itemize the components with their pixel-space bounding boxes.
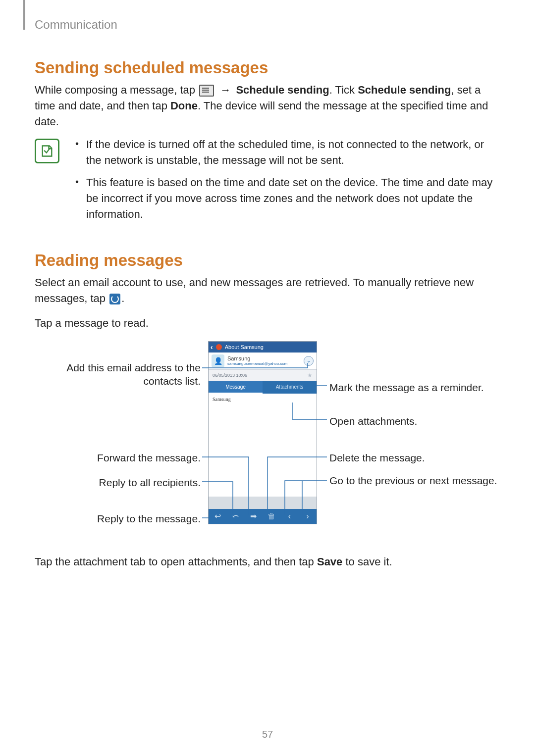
prev-icon[interactable]: ‹ <box>282 512 296 521</box>
add-contact-button[interactable]: ⌄ <box>304 356 314 366</box>
heading-reading: Reading messages <box>35 251 500 270</box>
back-icon[interactable]: ‹ <box>211 343 213 351</box>
reply-icon[interactable]: ↩ <box>211 511 224 521</box>
text: . <box>121 292 124 304</box>
callout-delete: Delete the message. <box>329 451 498 464</box>
next-icon[interactable]: › <box>301 512 315 521</box>
app-title: About Samsung <box>225 344 264 350</box>
para-reading-2: Tap a message to read. <box>35 315 500 331</box>
app-icon <box>216 344 222 350</box>
star-icon[interactable]: ★ <box>307 372 313 379</box>
sender-email: samsungusermanual@yahoo.com <box>227 361 304 366</box>
avatar: 👤 <box>212 354 224 367</box>
callout-reply-all: Reply to all recipients. <box>35 476 201 489</box>
text: While composing a message, tap <box>35 84 198 96</box>
arrow-icon: → <box>220 84 231 96</box>
text-bold: Schedule sending <box>358 84 451 96</box>
toolbar: ↩ ⤺ ➡ 🗑 ‹ › <box>209 509 317 524</box>
callout-forward: Forward the message. <box>35 451 201 464</box>
message-date: 06/05/2013 10:06 <box>213 373 247 378</box>
tab-message[interactable]: Message <box>209 381 263 394</box>
note-icon <box>35 139 59 163</box>
forward-icon[interactable]: ➡ <box>247 511 261 521</box>
para-attachment: Tap the attachment tab to open attachmen… <box>35 554 500 570</box>
sender-name: Samsung <box>227 355 304 361</box>
message-body: Samsung <box>209 394 317 497</box>
callout-add-contact: Add this email address to the contacts l… <box>35 361 201 388</box>
heading-scheduled: Sending scheduled messages <box>35 58 500 77</box>
text-bold: Schedule sending <box>236 84 329 96</box>
text: Tap the attachment tab to open attachmen… <box>35 555 317 568</box>
para-scheduled: While composing a message, tap → Schedul… <box>35 82 500 130</box>
diagram: ‹ About Samsung 👤 Samsung samsunguserman… <box>35 341 500 539</box>
callout-open-attachments: Open attachments. <box>329 414 498 428</box>
note-item: If the device is turned off at the sched… <box>79 137 500 168</box>
text: Select an email account to use, and new … <box>35 276 474 304</box>
note-item: This feature is based on the time and da… <box>79 175 500 222</box>
sender-row: 👤 Samsung samsungusermanual@yahoo.com ⌄ <box>209 353 317 370</box>
tab-attachments[interactable]: Attachments <box>263 381 317 394</box>
reply-all-icon[interactable]: ⤺ <box>228 511 242 521</box>
note-block: If the device is turned off at the sched… <box>35 137 500 229</box>
phone-screenshot: ‹ About Samsung 👤 Samsung samsunguserman… <box>208 341 317 524</box>
page-number: 57 <box>0 729 535 740</box>
para-reading-1: Select an email account to use, and new … <box>35 275 500 306</box>
date-row: 06/05/2013 10:06 ★ <box>209 370 317 381</box>
text: to save it. <box>342 555 392 568</box>
menu-icon <box>199 85 214 97</box>
text-bold: Done <box>170 100 198 112</box>
callout-mark-reminder: Mark the message as a reminder. <box>329 381 498 394</box>
callout-reply: Reply to the message. <box>35 512 201 525</box>
tabs: Message Attachments <box>209 381 317 394</box>
text: . Tick <box>329 84 358 96</box>
breadcrumb: Communication <box>35 18 117 32</box>
delete-icon[interactable]: 🗑 <box>265 512 278 521</box>
refresh-icon <box>109 294 120 304</box>
app-titlebar: ‹ About Samsung <box>209 342 317 353</box>
text-bold: Save <box>317 555 342 568</box>
callout-prev-next: Go to the previous or next message. <box>329 474 498 487</box>
